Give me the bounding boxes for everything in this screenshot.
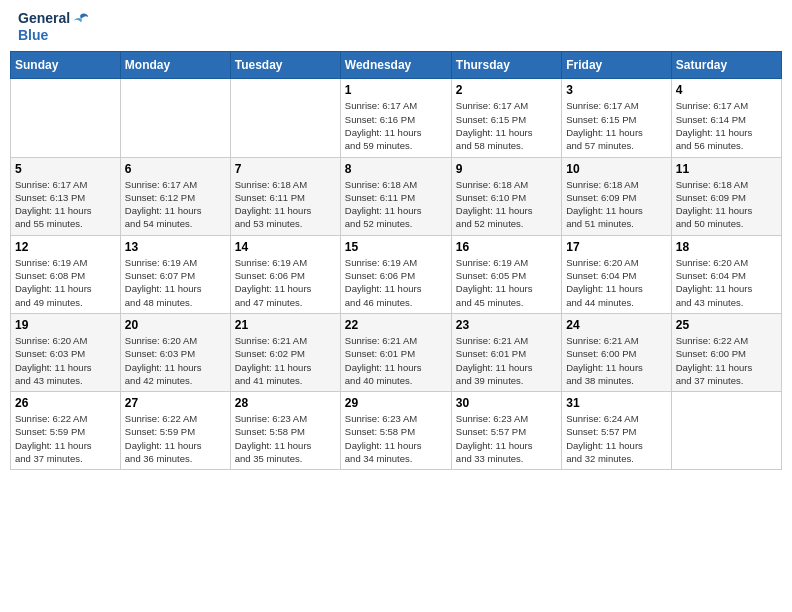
calendar-cell: 14Sunrise: 6:19 AM Sunset: 6:06 PM Dayli… <box>230 235 340 313</box>
week-row-5: 26Sunrise: 6:22 AM Sunset: 5:59 PM Dayli… <box>11 392 782 470</box>
day-number: 31 <box>566 396 666 410</box>
day-number: 18 <box>676 240 777 254</box>
day-number: 17 <box>566 240 666 254</box>
day-info: Sunrise: 6:20 AM Sunset: 6:03 PM Dayligh… <box>15 334 116 387</box>
calendar-cell: 31Sunrise: 6:24 AM Sunset: 5:57 PM Dayli… <box>562 392 671 470</box>
day-info: Sunrise: 6:19 AM Sunset: 6:06 PM Dayligh… <box>345 256 447 309</box>
calendar-cell: 12Sunrise: 6:19 AM Sunset: 6:08 PM Dayli… <box>11 235 121 313</box>
day-info: Sunrise: 6:22 AM Sunset: 5:59 PM Dayligh… <box>15 412 116 465</box>
weekday-header-row: SundayMondayTuesdayWednesdayThursdayFrid… <box>11 52 782 79</box>
calendar-cell: 6Sunrise: 6:17 AM Sunset: 6:12 PM Daylig… <box>120 157 230 235</box>
calendar-cell: 29Sunrise: 6:23 AM Sunset: 5:58 PM Dayli… <box>340 392 451 470</box>
day-info: Sunrise: 6:20 AM Sunset: 6:04 PM Dayligh… <box>676 256 777 309</box>
day-info: Sunrise: 6:17 AM Sunset: 6:14 PM Dayligh… <box>676 99 777 152</box>
calendar-cell: 16Sunrise: 6:19 AM Sunset: 6:05 PM Dayli… <box>451 235 561 313</box>
logo: General Blue <box>18 10 90 43</box>
week-row-1: 1Sunrise: 6:17 AM Sunset: 6:16 PM Daylig… <box>11 79 782 157</box>
day-number: 22 <box>345 318 447 332</box>
day-info: Sunrise: 6:17 AM Sunset: 6:12 PM Dayligh… <box>125 178 226 231</box>
calendar-cell <box>230 79 340 157</box>
day-info: Sunrise: 6:17 AM Sunset: 6:16 PM Dayligh… <box>345 99 447 152</box>
calendar-cell <box>120 79 230 157</box>
day-number: 7 <box>235 162 336 176</box>
calendar-cell: 28Sunrise: 6:23 AM Sunset: 5:58 PM Dayli… <box>230 392 340 470</box>
calendar-cell: 9Sunrise: 6:18 AM Sunset: 6:10 PM Daylig… <box>451 157 561 235</box>
calendar-cell: 4Sunrise: 6:17 AM Sunset: 6:14 PM Daylig… <box>671 79 781 157</box>
calendar-cell <box>671 392 781 470</box>
calendar-cell: 10Sunrise: 6:18 AM Sunset: 6:09 PM Dayli… <box>562 157 671 235</box>
day-info: Sunrise: 6:19 AM Sunset: 6:08 PM Dayligh… <box>15 256 116 309</box>
calendar-cell: 11Sunrise: 6:18 AM Sunset: 6:09 PM Dayli… <box>671 157 781 235</box>
day-number: 21 <box>235 318 336 332</box>
day-number: 20 <box>125 318 226 332</box>
day-number: 11 <box>676 162 777 176</box>
day-info: Sunrise: 6:22 AM Sunset: 6:00 PM Dayligh… <box>676 334 777 387</box>
calendar-cell: 22Sunrise: 6:21 AM Sunset: 6:01 PM Dayli… <box>340 313 451 391</box>
day-info: Sunrise: 6:21 AM Sunset: 6:02 PM Dayligh… <box>235 334 336 387</box>
day-number: 12 <box>15 240 116 254</box>
calendar-table: SundayMondayTuesdayWednesdayThursdayFrid… <box>10 51 782 470</box>
day-number: 15 <box>345 240 447 254</box>
day-info: Sunrise: 6:19 AM Sunset: 6:07 PM Dayligh… <box>125 256 226 309</box>
day-info: Sunrise: 6:18 AM Sunset: 6:09 PM Dayligh… <box>566 178 666 231</box>
day-number: 10 <box>566 162 666 176</box>
day-number: 6 <box>125 162 226 176</box>
calendar-cell: 27Sunrise: 6:22 AM Sunset: 5:59 PM Dayli… <box>120 392 230 470</box>
logo: General Blue <box>18 10 90 43</box>
calendar-cell: 13Sunrise: 6:19 AM Sunset: 6:07 PM Dayli… <box>120 235 230 313</box>
calendar-cell: 25Sunrise: 6:22 AM Sunset: 6:00 PM Dayli… <box>671 313 781 391</box>
day-number: 8 <box>345 162 447 176</box>
calendar-cell: 1Sunrise: 6:17 AM Sunset: 6:16 PM Daylig… <box>340 79 451 157</box>
day-info: Sunrise: 6:18 AM Sunset: 6:09 PM Dayligh… <box>676 178 777 231</box>
day-number: 26 <box>15 396 116 410</box>
weekday-header-wednesday: Wednesday <box>340 52 451 79</box>
page-header: General Blue <box>10 10 782 43</box>
calendar-cell: 17Sunrise: 6:20 AM Sunset: 6:04 PM Dayli… <box>562 235 671 313</box>
calendar-cell: 2Sunrise: 6:17 AM Sunset: 6:15 PM Daylig… <box>451 79 561 157</box>
day-info: Sunrise: 6:24 AM Sunset: 5:57 PM Dayligh… <box>566 412 666 465</box>
calendar-cell: 30Sunrise: 6:23 AM Sunset: 5:57 PM Dayli… <box>451 392 561 470</box>
day-number: 25 <box>676 318 777 332</box>
calendar-cell: 24Sunrise: 6:21 AM Sunset: 6:00 PM Dayli… <box>562 313 671 391</box>
calendar-cell: 20Sunrise: 6:20 AM Sunset: 6:03 PM Dayli… <box>120 313 230 391</box>
calendar-cell: 15Sunrise: 6:19 AM Sunset: 6:06 PM Dayli… <box>340 235 451 313</box>
day-info: Sunrise: 6:17 AM Sunset: 6:15 PM Dayligh… <box>566 99 666 152</box>
day-number: 23 <box>456 318 557 332</box>
calendar-cell: 19Sunrise: 6:20 AM Sunset: 6:03 PM Dayli… <box>11 313 121 391</box>
weekday-header-tuesday: Tuesday <box>230 52 340 79</box>
calendar-cell: 7Sunrise: 6:18 AM Sunset: 6:11 PM Daylig… <box>230 157 340 235</box>
day-number: 1 <box>345 83 447 97</box>
day-info: Sunrise: 6:17 AM Sunset: 6:15 PM Dayligh… <box>456 99 557 152</box>
weekday-header-saturday: Saturday <box>671 52 781 79</box>
day-info: Sunrise: 6:23 AM Sunset: 5:58 PM Dayligh… <box>345 412 447 465</box>
calendar-cell: 26Sunrise: 6:22 AM Sunset: 5:59 PM Dayli… <box>11 392 121 470</box>
day-info: Sunrise: 6:20 AM Sunset: 6:03 PM Dayligh… <box>125 334 226 387</box>
day-info: Sunrise: 6:23 AM Sunset: 5:58 PM Dayligh… <box>235 412 336 465</box>
weekday-header-sunday: Sunday <box>11 52 121 79</box>
day-info: Sunrise: 6:21 AM Sunset: 6:01 PM Dayligh… <box>456 334 557 387</box>
logo-blue: Blue <box>18 28 48 43</box>
week-row-2: 5Sunrise: 6:17 AM Sunset: 6:13 PM Daylig… <box>11 157 782 235</box>
day-number: 9 <box>456 162 557 176</box>
calendar-cell: 8Sunrise: 6:18 AM Sunset: 6:11 PM Daylig… <box>340 157 451 235</box>
day-info: Sunrise: 6:21 AM Sunset: 6:01 PM Dayligh… <box>345 334 447 387</box>
logo-bird-icon <box>72 10 90 28</box>
weekday-header-friday: Friday <box>562 52 671 79</box>
day-info: Sunrise: 6:17 AM Sunset: 6:13 PM Dayligh… <box>15 178 116 231</box>
day-info: Sunrise: 6:18 AM Sunset: 6:11 PM Dayligh… <box>345 178 447 231</box>
day-number: 24 <box>566 318 666 332</box>
calendar-cell: 18Sunrise: 6:20 AM Sunset: 6:04 PM Dayli… <box>671 235 781 313</box>
calendar-cell: 21Sunrise: 6:21 AM Sunset: 6:02 PM Dayli… <box>230 313 340 391</box>
day-info: Sunrise: 6:19 AM Sunset: 6:06 PM Dayligh… <box>235 256 336 309</box>
day-number: 2 <box>456 83 557 97</box>
day-info: Sunrise: 6:18 AM Sunset: 6:10 PM Dayligh… <box>456 178 557 231</box>
day-number: 14 <box>235 240 336 254</box>
logo-general: General <box>18 11 70 26</box>
day-number: 13 <box>125 240 226 254</box>
day-number: 30 <box>456 396 557 410</box>
day-number: 4 <box>676 83 777 97</box>
day-number: 3 <box>566 83 666 97</box>
calendar-cell: 3Sunrise: 6:17 AM Sunset: 6:15 PM Daylig… <box>562 79 671 157</box>
day-info: Sunrise: 6:19 AM Sunset: 6:05 PM Dayligh… <box>456 256 557 309</box>
day-info: Sunrise: 6:22 AM Sunset: 5:59 PM Dayligh… <box>125 412 226 465</box>
